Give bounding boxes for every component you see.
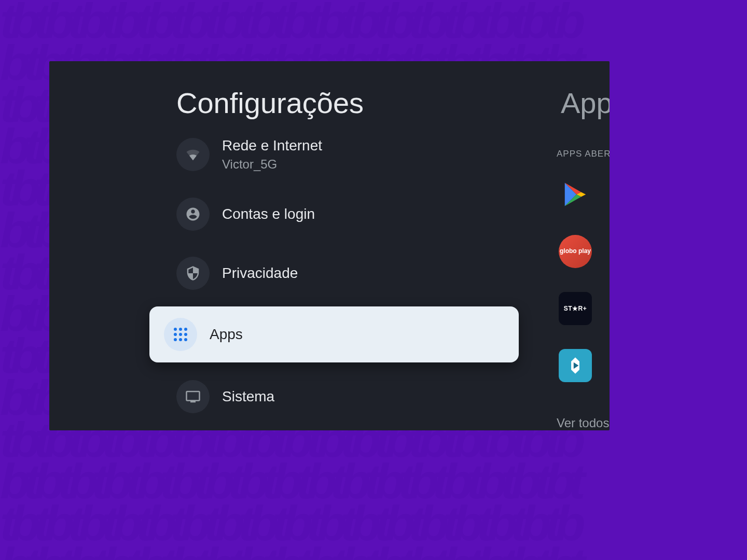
menu-item-system[interactable]: Sistema [176,374,508,419]
apps-icon [164,318,197,351]
menu-item-accounts[interactable]: Contas e login [176,191,508,237]
app-starplus[interactable]: ST★R+ [559,292,592,325]
right-panel-title: Apps [561,86,610,120]
menu-label: Contas e login [222,206,315,222]
right-panel-apps: Apps APPS ABERTOS RECENTEMENTE globo pla… [547,61,610,430]
right-panel-footer[interactable]: Ver todos os apps [557,416,610,430]
menu-label: Apps [210,326,243,343]
menu-label: Privacidade [222,265,298,282]
right-panel-subtitle: APPS ABERTOS RECENTEMENTE [557,149,610,159]
app-play-store[interactable] [559,178,592,211]
app-globoplay[interactable]: globo play [559,235,592,268]
tv-icon [176,380,210,413]
menu-item-apps[interactable]: Apps [149,306,519,362]
settings-menu: Rede e Internet Victor_5G Contas e login… [176,131,508,430]
menu-label: Sistema [222,388,274,405]
page-title: Configurações [176,86,364,120]
menu-label: Rede e Internet [222,137,322,154]
shield-icon [176,257,210,290]
android-tv-screen: Configurações Rede e Internet Victor_5G … [49,61,610,430]
app-kodi[interactable] [559,349,592,382]
menu-item-privacy[interactable]: Privacidade [176,250,508,296]
menu-sublabel: Victor_5G [222,157,322,172]
menu-item-network[interactable]: Rede e Internet Victor_5G [176,131,508,178]
wifi-icon [176,138,210,171]
account-icon [176,198,210,231]
